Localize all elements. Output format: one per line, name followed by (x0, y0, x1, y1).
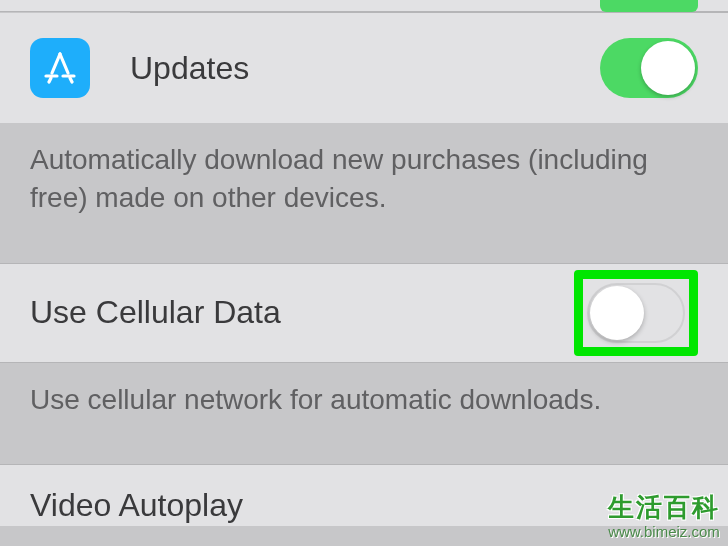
cellular-toggle[interactable] (587, 283, 685, 343)
svg-line-0 (52, 54, 60, 73)
partial-previous-row (0, 0, 728, 12)
updates-row: Updates (0, 13, 728, 123)
app-store-icon (30, 38, 90, 98)
svg-line-1 (60, 54, 68, 73)
partial-toggle-on (600, 0, 698, 12)
section-spacer (0, 235, 728, 263)
toggle-knob (641, 41, 695, 95)
cellular-label: Use Cellular Data (30, 294, 574, 331)
auto-download-footer: Automatically download new purchases (in… (0, 123, 728, 235)
svg-line-5 (70, 78, 72, 82)
highlight-annotation (574, 270, 698, 356)
section-spacer-2 (0, 436, 728, 464)
svg-line-4 (49, 78, 51, 82)
updates-label: Updates (130, 50, 600, 87)
cellular-footer: Use cellular network for automatic downl… (0, 363, 728, 437)
video-autoplay-label: Video Autoplay (30, 487, 698, 524)
toggle-knob (590, 286, 644, 340)
video-autoplay-row[interactable]: Video Autoplay (0, 464, 728, 526)
updates-toggle[interactable] (600, 38, 698, 98)
use-cellular-data-row: Use Cellular Data (0, 263, 728, 363)
